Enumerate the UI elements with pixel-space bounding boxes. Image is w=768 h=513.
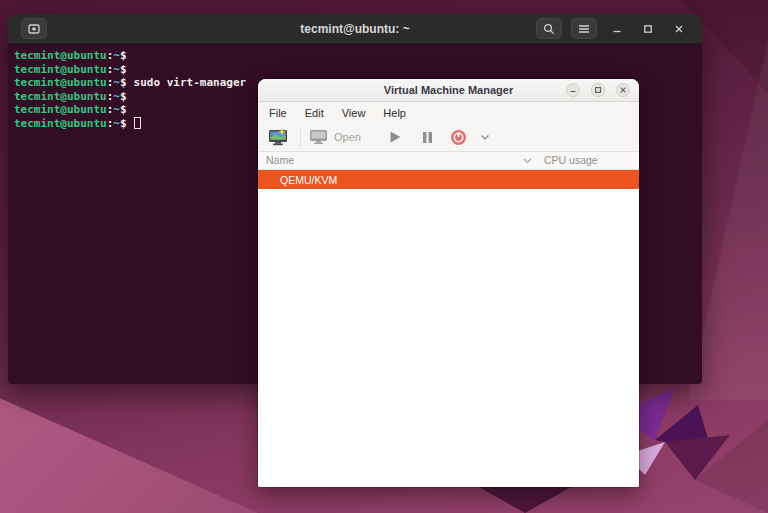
terminal-maximize-button[interactable] (637, 18, 659, 40)
connection-name: QEMU/KVM (258, 174, 337, 186)
play-icon (389, 130, 402, 144)
new-tab-icon (28, 24, 40, 34)
maximize-icon (594, 86, 602, 94)
menu-button[interactable] (571, 18, 597, 39)
shutdown-vm-button[interactable] (450, 129, 467, 146)
vmm-titlebar[interactable]: Virtual Machine Manager (258, 79, 639, 102)
column-header-cpu-usage[interactable]: CPU usage (544, 154, 598, 166)
search-button[interactable] (536, 18, 562, 39)
vmm-maximize-button[interactable] (591, 83, 605, 97)
search-icon (543, 23, 555, 35)
prompt-user-host: tecmint@ubuntu (14, 76, 107, 89)
prompt-user-host: tecmint@ubuntu (14, 90, 107, 103)
prompt-symbol: $ (120, 90, 127, 103)
menu-view[interactable]: View (333, 107, 375, 119)
prompt-symbol: $ (120, 49, 127, 62)
power-icon (450, 129, 467, 146)
minimize-icon (612, 24, 622, 34)
prompt-path: ~ (113, 103, 120, 116)
vmm-minimize-button[interactable] (566, 83, 580, 97)
prompt-user-host: tecmint@ubuntu (14, 63, 107, 76)
prompt-user-host: tecmint@ubuntu (14, 49, 107, 62)
toolbar-separator (300, 128, 301, 146)
vmm-toolbar: Open (258, 123, 639, 152)
menu-help[interactable]: Help (374, 107, 415, 119)
prompt-symbol: $ (120, 76, 127, 89)
prompt-symbol: $ (120, 63, 127, 76)
terminal-line: tecmint@ubuntu:~$ (14, 63, 696, 77)
shutdown-menu-button[interactable] (480, 134, 490, 141)
pause-icon (422, 131, 433, 144)
prompt-path: ~ (113, 49, 120, 62)
close-icon (619, 86, 627, 94)
vmm-titlebar-controls (566, 83, 639, 97)
sort-chevron-icon[interactable] (523, 154, 532, 166)
prompt-path: ~ (113, 76, 120, 89)
close-icon (674, 24, 684, 34)
new-vm-icon (268, 128, 290, 147)
vmm-close-button[interactable] (616, 83, 630, 97)
open-vm-icon (309, 129, 329, 146)
prompt-user-host: tecmint@ubuntu (14, 117, 107, 130)
terminal-titlebar[interactable]: tecmint@ubuntu: ~ (8, 14, 702, 44)
terminal-minimize-button[interactable] (606, 18, 628, 40)
prompt-path: ~ (113, 63, 120, 76)
new-tab-button[interactable] (21, 18, 47, 39)
connection-row-qemu-kvm[interactable]: QEMU/KVM (258, 170, 639, 189)
open-button-label: Open (334, 131, 361, 143)
pause-vm-button[interactable] (422, 131, 433, 144)
terminal-close-button[interactable] (668, 18, 690, 40)
minimize-icon (569, 86, 577, 94)
vmm-list-body[interactable] (258, 189, 639, 487)
prompt-symbol: $ (120, 117, 127, 130)
wallpaper-shape (0, 391, 258, 513)
terminal-line: tecmint@ubuntu:~$ (14, 49, 696, 63)
vmm-list-header: Name CPU usage (258, 152, 639, 170)
terminal-cursor (134, 117, 141, 129)
menu-file[interactable]: File (260, 107, 296, 119)
chevron-down-icon (480, 134, 490, 141)
prompt-path: ~ (113, 90, 120, 103)
column-header-name[interactable]: Name (266, 154, 294, 166)
vmm-menubar: File Edit View Help (258, 102, 639, 123)
create-vm-button[interactable] (268, 128, 290, 147)
run-vm-button[interactable] (389, 130, 402, 144)
open-vm-button[interactable]: Open (309, 129, 361, 146)
virt-manager-window: Virtual Machine Manager File Edit View H… (258, 79, 639, 487)
command-text: sudo virt-manager (127, 76, 247, 89)
prompt-symbol: $ (120, 103, 127, 116)
terminal-titlebar-controls (536, 18, 702, 40)
prompt-path: ~ (113, 117, 120, 130)
menu-edit[interactable]: Edit (296, 107, 333, 119)
prompt-user-host: tecmint@ubuntu (14, 103, 107, 116)
hamburger-menu-icon (578, 24, 590, 34)
maximize-icon (643, 24, 653, 34)
